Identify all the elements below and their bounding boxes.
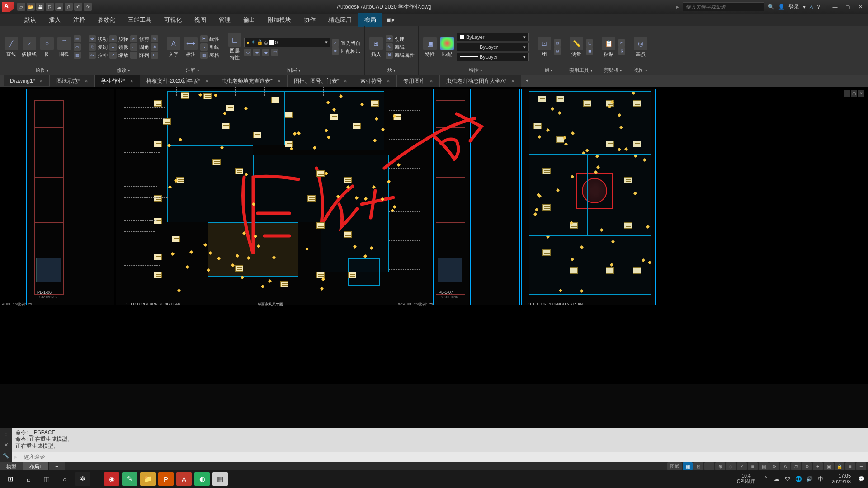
redo-icon[interactable]: ↷	[84, 3, 92, 11]
tray-up-icon[interactable]: ˄	[762, 475, 770, 483]
app-icon[interactable]: ✎	[122, 472, 137, 486]
trim-icon[interactable]: ✂	[130, 35, 137, 42]
tab-parametric[interactable]: 参数化	[91, 13, 122, 27]
linear-icon[interactable]: ⊢	[200, 35, 208, 42]
util-icon[interactable]: ◻	[586, 39, 593, 47]
login-label[interactable]: 登录	[788, 3, 799, 11]
measure-button[interactable]: 📏测量	[569, 35, 584, 60]
insert-button[interactable]: ⊞插入	[368, 35, 384, 60]
props-button[interactable]: ▣特性	[422, 35, 438, 60]
tab-close-icon[interactable]: ✕	[344, 79, 347, 84]
copy-icon[interactable]: ⎘	[618, 47, 625, 55]
circle-button[interactable]: ○圆	[39, 35, 55, 60]
leader-icon[interactable]: ↘	[200, 43, 208, 51]
tab-view[interactable]: 视图	[188, 13, 212, 27]
search-input[interactable]	[683, 2, 764, 11]
copy-icon[interactable]: ⎘	[89, 43, 96, 51]
group-button[interactable]: ⊡组	[537, 35, 552, 60]
file-tab[interactable]: 图框、图号、门表*✕	[288, 75, 354, 87]
tab-close-icon[interactable]: ✕	[39, 79, 43, 84]
stretch-icon[interactable]: ⇔	[89, 52, 96, 59]
paste-button[interactable]: 📋粘贴	[601, 35, 616, 60]
autocad-icon[interactable]: A	[176, 472, 192, 486]
tab-close-icon[interactable]: ✕	[387, 79, 390, 84]
file-tab[interactable]: 专用图库✕	[397, 75, 440, 87]
status-track-icon[interactable]: ∠	[737, 462, 747, 470]
status-snap-icon[interactable]: ⊡	[693, 462, 703, 470]
rect-icon[interactable]: ▭	[74, 35, 81, 42]
status-transp-icon[interactable]: ▤	[759, 462, 769, 470]
table-icon[interactable]: ▦	[200, 52, 208, 59]
layer-tool-icon[interactable]: ◆	[262, 49, 269, 56]
cloud-icon[interactable]: ☁	[55, 3, 63, 11]
network-icon[interactable]: 🌐	[794, 475, 802, 483]
cpu-meter[interactable]: 10% CPU使用	[733, 474, 759, 484]
array-icon[interactable]: ⋮⋮	[130, 52, 137, 59]
file-tab[interactable]: 虫虫老师动态图库大全A*✕	[440, 75, 521, 87]
lineweight-dropdown[interactable]: ByLayer▾	[457, 43, 529, 51]
polyline-button[interactable]: ⟋多段线	[21, 35, 38, 60]
cmd-close-icon[interactable]: ✕	[0, 439, 12, 450]
tab-visualize[interactable]: 可视化	[158, 13, 188, 27]
infocenter-arrow-icon[interactable]: ▸	[676, 4, 679, 10]
bedit-icon[interactable]: ✎	[386, 43, 393, 51]
basepoint-button[interactable]: ◎基点	[633, 35, 648, 60]
plot-icon[interactable]: ⎙	[65, 3, 73, 11]
drawing-canvas[interactable]: — ▢ ✕ PL-1-06 SJ20191202 PL-1-07 SJ20191…	[0, 87, 868, 384]
autocad-logo-icon[interactable]	[2, 2, 14, 12]
layer-tool-icon[interactable]: ◈	[253, 49, 260, 56]
status-grid-icon[interactable]: ▦	[683, 462, 693, 470]
status-anno-icon[interactable]: A	[780, 462, 790, 470]
layer-tool-icon[interactable]: ⬚	[271, 49, 278, 56]
tab-close-icon[interactable]: ✕	[511, 79, 514, 84]
color-dropdown[interactable]: ByLayer▾	[457, 33, 529, 41]
layer-props-button[interactable]: ▤图层 特性	[227, 31, 242, 63]
status-lock-icon[interactable]: 🔒	[835, 462, 844, 470]
netease-icon[interactable]: ◉	[104, 472, 119, 486]
layer-tool-icon[interactable]: ◇	[244, 49, 251, 56]
status-gear-icon[interactable]: ⚙	[802, 462, 812, 470]
status-menu-icon[interactable]: ☰	[856, 462, 866, 470]
maximize-button[interactable]: ▢	[842, 3, 854, 11]
status-plus-icon[interactable]: +	[813, 462, 823, 470]
vp-min-icon[interactable]: —	[844, 90, 850, 97]
status-cycle-icon[interactable]: ⟳	[769, 462, 779, 470]
security-icon[interactable]: 🛡	[783, 475, 792, 483]
tab-3dtools[interactable]: 三维工具	[122, 13, 158, 27]
fillet-icon[interactable]: ⌐	[130, 43, 137, 51]
tab-featured[interactable]: 精选应用	[322, 13, 358, 27]
onedrive-icon[interactable]: ☁	[773, 475, 781, 483]
linetype-dropdown[interactable]: ByLayer▾	[457, 53, 529, 61]
tab-expand-icon[interactable]: ▣▾	[382, 14, 398, 26]
cut-icon[interactable]: ✂	[618, 39, 625, 47]
file-tab[interactable]: 索引符号✕	[354, 75, 397, 87]
powerpoint-icon[interactable]: P	[158, 472, 174, 486]
vp-close-icon[interactable]: ✕	[858, 90, 864, 97]
rotate-icon[interactable]: ↻	[109, 35, 117, 42]
offset-icon[interactable]: ⊏	[151, 52, 158, 59]
status-custom-icon[interactable]: ≡	[845, 462, 855, 470]
app-icon[interactable]: △	[809, 4, 813, 10]
tab-close-icon[interactable]: ✕	[205, 79, 208, 84]
group-tool-icon[interactable]: ⊞	[554, 39, 561, 47]
status-ortho-icon[interactable]: ∟	[704, 462, 714, 470]
battr-icon[interactable]: ⌘	[386, 52, 393, 59]
tab-output[interactable]: 输出	[237, 13, 261, 27]
taskview-icon[interactable]: ◫	[39, 472, 54, 486]
file-tab[interactable]: 图纸示范*✕	[50, 75, 95, 87]
status-polar-icon[interactable]: ⊕	[715, 462, 725, 470]
mirror-icon[interactable]: ▲	[109, 43, 117, 51]
file-tab[interactable]: Drawing1*✕	[4, 75, 50, 86]
file-tab[interactable]: 学生作业*✕	[95, 75, 140, 87]
notifications-icon[interactable]: 💬	[857, 475, 865, 483]
cortana-icon[interactable]: ○	[57, 472, 72, 486]
explode-icon[interactable]: ✷	[151, 43, 158, 51]
move-icon[interactable]: ✥	[89, 35, 96, 42]
new-icon[interactable]: ▱	[17, 3, 25, 11]
taskbar-clock[interactable]: 17:05 2020/1/8	[828, 473, 854, 485]
cmd-handle-icon[interactable]: ⋮	[0, 428, 12, 439]
tab-addins[interactable]: 附加模块	[261, 13, 297, 27]
setcurrent-icon[interactable]: ✓	[332, 39, 339, 47]
save-icon[interactable]: 💾	[36, 3, 44, 11]
volume-icon[interactable]: 🔊	[805, 475, 813, 483]
